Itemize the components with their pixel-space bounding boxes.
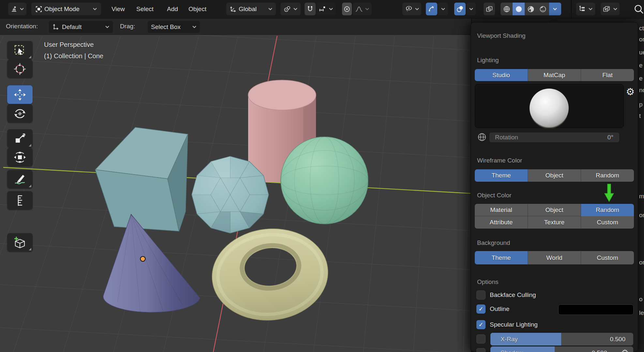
specular-lighting-checkbox[interactable]: ✓ <box>476 320 486 329</box>
proportional-falloff-dropdown[interactable] <box>353 3 372 15</box>
orientation-default-dropdown[interactable]: Default <box>49 21 113 33</box>
wireframe-option-theme[interactable]: Theme <box>475 169 528 182</box>
outliner-filter-dropdown[interactable] <box>601 3 620 15</box>
objectcolor-option-attribute[interactable]: Attribute <box>475 216 528 229</box>
studiolight-preview[interactable] <box>475 84 624 128</box>
proportional-circle-icon <box>343 6 351 13</box>
viewport-3d[interactable] <box>0 35 471 352</box>
drag-mode-dropdown[interactable]: Select Box <box>148 21 200 33</box>
specular-lighting-label: Specular Lighting <box>490 321 538 328</box>
menu-object[interactable]: Object <box>187 3 208 15</box>
mode-dropdown[interactable]: Object Mode <box>31 3 101 15</box>
lighting-option-flat[interactable]: Flat <box>581 69 634 81</box>
wireframe-globe-icon <box>503 5 511 13</box>
outliner-search-button[interactable] <box>631 3 644 15</box>
overlays-toggle[interactable] <box>454 3 466 15</box>
overlays-dropdown[interactable] <box>467 3 476 15</box>
shading-material-button[interactable] <box>525 3 537 15</box>
studiolight-settings-button[interactable]: ⚙ <box>625 86 636 97</box>
objectcolor-option-texture[interactable]: Texture <box>528 216 581 229</box>
outliner-display-mode-dropdown[interactable] <box>576 3 595 15</box>
tool-move[interactable] <box>7 85 33 104</box>
tool-select-box[interactable] <box>7 41 33 60</box>
outliner-tree-icon <box>578 5 586 13</box>
shading-options-dropdown[interactable] <box>549 3 561 15</box>
shadow-settings-gear-icon[interactable]: ⚙ <box>621 348 629 352</box>
outliner-text-fragment: o <box>639 296 643 303</box>
drag-value: Select Box <box>151 23 189 31</box>
proportional-editing-toggle[interactable] <box>342 3 352 15</box>
tool-add-primitive[interactable] <box>7 233 33 252</box>
shading-wireframe-button[interactable] <box>501 3 513 15</box>
background-option-world[interactable]: World <box>528 251 581 264</box>
chevron-down-icon <box>192 25 197 28</box>
objectcolor-segmented-row2: Attribute Texture Custom <box>475 216 634 229</box>
background-option-custom[interactable]: Custom <box>581 251 634 264</box>
wireframe-option-random[interactable]: Random <box>581 169 634 182</box>
tool-transform[interactable] <box>7 148 33 166</box>
tool-cursor[interactable] <box>7 60 33 78</box>
pivot-icon <box>283 5 291 13</box>
chevron-down-icon <box>613 7 618 10</box>
uv-sphere-object[interactable] <box>281 137 368 224</box>
add-cube-icon <box>13 235 27 250</box>
world-rotation-icon-button[interactable] <box>475 132 488 142</box>
menu-select[interactable]: Select <box>134 3 156 15</box>
menu-view[interactable]: View <box>110 3 127 15</box>
objectcolor-option-custom[interactable]: Custom <box>581 216 634 229</box>
pivot-point-dropdown[interactable] <box>280 3 301 15</box>
lighting-option-studio[interactable]: Studio <box>475 69 528 81</box>
gizmos-toggle[interactable] <box>426 3 437 15</box>
xray-checkbox[interactable] <box>476 334 486 344</box>
object-mode-icon <box>35 6 42 13</box>
shadow-checkbox[interactable] <box>476 348 486 352</box>
objectcolor-option-material[interactable]: Material <box>475 204 528 216</box>
xray-value: 0.500 <box>610 336 625 343</box>
objectcolor-option-random[interactable]: Random <box>581 204 634 216</box>
shading-rendered-button[interactable] <box>537 3 549 15</box>
gizmos-dropdown[interactable] <box>438 3 448 15</box>
tool-more-indicator <box>29 248 31 250</box>
outline-label: Outline <box>490 305 509 313</box>
annotate-pencil-icon <box>13 173 27 186</box>
gear-icon: ⚙ <box>626 86 635 97</box>
cursor-3d-icon <box>13 62 27 76</box>
xray-slider[interactable]: X-Ray 0.500 <box>490 333 633 345</box>
outline-color-swatch[interactable] <box>558 304 634 315</box>
chevron-down-icon <box>469 7 473 10</box>
world-sphere-icon <box>477 132 487 142</box>
rotation-slider[interactable]: Rotation 0° <box>489 133 619 142</box>
check-icon: ✓ <box>478 305 483 313</box>
panel-title: Viewport Shading <box>477 32 526 39</box>
outliner-text-fragment: p <box>639 101 643 108</box>
green-arrow-cursor <box>603 183 616 203</box>
objectcolor-option-object[interactable]: Object <box>528 204 581 216</box>
tool-scale[interactable] <box>7 129 33 148</box>
tool-measure[interactable] <box>7 191 33 210</box>
shading-solid-button[interactable] <box>513 3 525 15</box>
editor-type-button[interactable] <box>8 3 26 15</box>
lighting-section-label: Lighting <box>477 57 499 64</box>
background-option-theme[interactable]: Theme <box>475 251 528 264</box>
outline-checkbox[interactable]: ✓ <box>476 304 486 314</box>
wireframe-option-object[interactable]: Object <box>528 169 581 182</box>
transform-orientation-dropdown[interactable]: Global <box>226 3 276 15</box>
visibility-dropdown[interactable] <box>402 3 421 15</box>
orientation-global-icon <box>230 6 237 13</box>
xray-toggle[interactable] <box>484 3 495 15</box>
lighting-option-matcap[interactable]: MatCap <box>528 69 581 81</box>
orientation-default-icon <box>52 23 59 31</box>
snap-target-dropdown[interactable] <box>317 3 336 15</box>
menu-add[interactable]: Add <box>165 3 180 15</box>
options-section-label: Options <box>477 278 498 286</box>
snap-toggle[interactable] <box>305 3 316 15</box>
measure-ruler-icon <box>13 194 27 207</box>
chevron-down-icon <box>441 7 445 10</box>
tool-annotate[interactable] <box>7 170 33 189</box>
tool-more-indicator <box>29 56 31 58</box>
backface-culling-checkbox[interactable] <box>476 290 486 300</box>
outliner-text-fragment: nc <box>639 87 644 94</box>
tool-rotate[interactable] <box>7 104 33 123</box>
view-name-overlay: User Perspective <box>44 41 94 49</box>
shadow-slider[interactable]: Shadow 0.500 ⚙ <box>490 346 633 352</box>
